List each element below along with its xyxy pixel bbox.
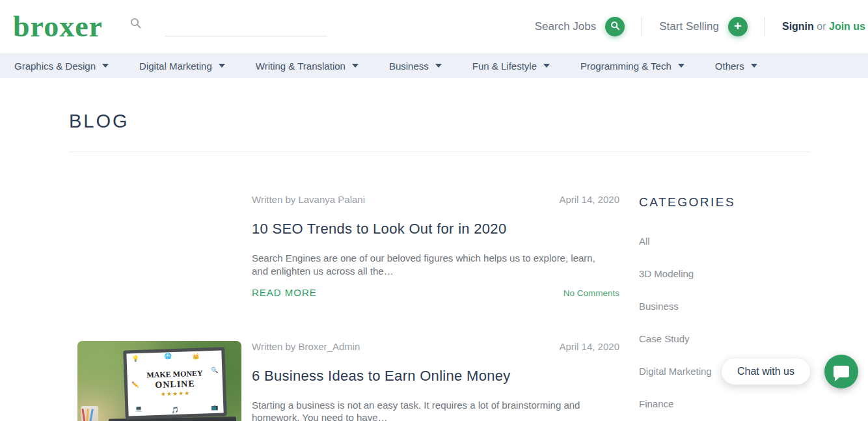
chat-with-us-button[interactable]: Chat with us	[722, 359, 810, 385]
chevron-down-icon	[543, 64, 550, 68]
nav-item-label: Writing & Translation	[256, 61, 346, 72]
screen-icon: 📺	[211, 404, 219, 410]
search-jobs-label[interactable]: Search Jobs	[535, 20, 597, 33]
start-selling-button[interactable]: +	[728, 17, 748, 36]
chat-bubble-icon	[834, 366, 849, 377]
post-author: Written by Broxer_Admin	[252, 341, 360, 352]
lightbulb-icon: 💡	[132, 355, 140, 361]
nav-item-writing-translation[interactable]: Writing & Translation	[256, 61, 359, 72]
join-us-link[interactable]: Join us	[829, 21, 865, 32]
photo-text-line2: ONLINE	[155, 379, 195, 390]
chevron-down-icon	[751, 64, 757, 68]
header-search-area	[130, 18, 327, 36]
comments-link[interactable]: No Comments	[563, 288, 619, 298]
chevron-down-icon	[219, 64, 225, 68]
nav-item-label: Fun & Lifestyle	[472, 61, 537, 72]
nav-item-label: Business	[389, 61, 429, 72]
chat-fab-button[interactable]	[824, 355, 858, 388]
music-icon: 🎵	[171, 407, 179, 413]
post-date: April 14, 2020	[559, 194, 619, 205]
chevron-down-icon	[102, 64, 109, 68]
post-thumbnail[interactable]: 💡 🌐 👑 🔍 ✏️ 💻 📺 🎵 MAKE MONEY ONLINE ★★★★★	[77, 341, 241, 421]
post-excerpt: Search Engines are one of our beloved fi…	[252, 252, 608, 278]
blog-post: Written by Lavanya Palani April 14, 2020…	[69, 194, 619, 298]
header: broxer Search Jobs Start Selling +	[0, 0, 868, 53]
blog-post: 💡 🌐 👑 🔍 ✏️ 💻 📺 🎵 MAKE MONEY ONLINE ★★★★★	[69, 341, 619, 421]
laptop-icon: 💻	[135, 405, 142, 411]
nav-item-others[interactable]: Others	[715, 61, 757, 72]
stars-rating: ★★★★★	[161, 390, 191, 398]
post-list: Written by Lavanya Palani April 14, 2020…	[69, 194, 619, 421]
page-title: BLOG	[69, 111, 810, 132]
pencil-icon: ✏️	[131, 382, 139, 388]
search-icon	[610, 21, 620, 33]
nav-item-label: Programming & Tech	[580, 61, 671, 72]
chevron-down-icon	[435, 64, 442, 68]
chevron-down-icon	[352, 64, 359, 68]
chat-widget: Chat with us	[722, 355, 858, 388]
magnifier-icon: 🔍	[211, 367, 219, 373]
nav-item-digital-marketing[interactable]: Digital Marketing	[139, 61, 225, 72]
signin-link[interactable]: Signin	[782, 21, 814, 32]
categories-title: CATEGORIES	[639, 195, 810, 210]
category-3d-modeling[interactable]: 3D Modeling	[639, 268, 810, 279]
category-all[interactable]: All	[639, 236, 810, 247]
header-divider	[642, 17, 642, 36]
search-icon	[130, 18, 141, 31]
nav-item-label: Digital Marketing	[139, 61, 212, 72]
search-input[interactable]	[165, 18, 327, 36]
laptop-screen: 💡 🌐 👑 🔍 ✏️ 💻 📺 🎵 MAKE MONEY ONLINE ★★★★★	[123, 347, 227, 419]
category-business[interactable]: Business	[639, 301, 810, 312]
nav-item-graphics-design[interactable]: Graphics & Design	[14, 61, 109, 72]
auth-links: Signin or Join us	[782, 21, 865, 33]
category-case-study[interactable]: Case Study	[639, 333, 810, 344]
globe-icon: 🌐	[164, 353, 172, 359]
read-more-link[interactable]: READ MORE	[252, 287, 317, 298]
nav-item-fun-lifestyle[interactable]: Fun & Lifestyle	[472, 61, 550, 72]
post-author: Written by Lavanya Palani	[252, 194, 365, 205]
category-nav: Graphics & Design Digital Marketing Writ…	[0, 53, 868, 78]
nav-item-label: Others	[715, 61, 744, 72]
start-selling-label[interactable]: Start Selling	[659, 20, 719, 33]
chevron-down-icon	[678, 64, 685, 68]
header-divider	[765, 17, 765, 36]
post-excerpt: Starting a business is not an easy task.…	[252, 399, 608, 421]
header-right: Search Jobs Start Selling + Signin or Jo…	[535, 0, 867, 53]
logo[interactable]: broxer	[13, 12, 103, 42]
search-jobs-button[interactable]	[605, 17, 625, 36]
nav-item-label: Graphics & Design	[14, 61, 96, 72]
post-title-link[interactable]: 6 Business Ideas to Earn Online Money	[252, 368, 619, 385]
plus-icon: +	[734, 20, 742, 33]
nav-item-programming-tech[interactable]: Programming & Tech	[580, 61, 685, 72]
nav-item-business[interactable]: Business	[389, 61, 442, 72]
or-label: or	[817, 21, 826, 32]
post-date: April 14, 2020	[559, 341, 619, 352]
post-title-link[interactable]: 10 SEO Trends to Look Out for in 2020	[252, 221, 619, 238]
crown-icon: 👑	[192, 353, 200, 359]
divider	[69, 152, 810, 152]
category-finance[interactable]: Finance	[639, 398, 810, 409]
post-thumbnail-placeholder	[77, 194, 241, 195]
